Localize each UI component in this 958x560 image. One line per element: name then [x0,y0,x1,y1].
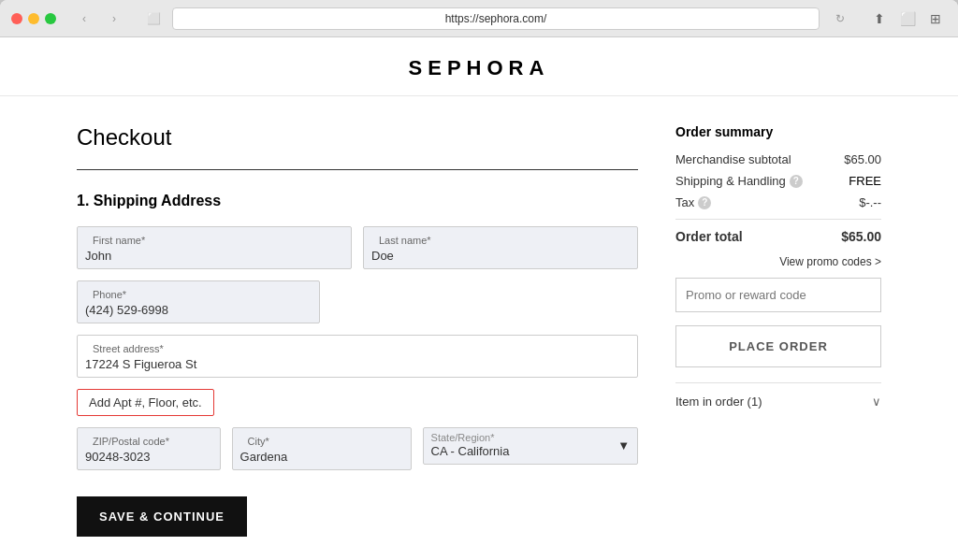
zip-city-state-row: ZIP/Postal code* City* [77,427,638,470]
back-button[interactable]: ‹ [71,9,97,28]
shipping-label: Shipping & Handling [675,174,786,188]
tax-label: Tax [675,195,694,209]
zip-label: ZIP/Postal code* [85,432,212,447]
last-name-field: Last name* [363,226,638,269]
order-summary-title: Order summary [675,124,881,139]
state-label: State/Region* [431,432,618,443]
summary-divider [675,219,881,220]
checkout-form: Checkout 1. Shipping Address First name* [77,124,638,560]
place-order-button[interactable]: PLACE ORDER [675,325,881,367]
shipping-row: Shipping & Handling ? FREE [675,174,881,188]
view-promo-link[interactable]: View promo codes > [675,255,881,268]
last-name-field-inner: Last name* [363,226,638,269]
shipping-label-container: Shipping & Handling ? [675,174,803,188]
traffic-lights [11,13,56,24]
tab-icon: ⬜ [142,9,165,28]
shipping-value: FREE [849,174,881,188]
add-tab-button[interactable]: ⬜ [896,9,919,28]
phone-field: Phone* [77,280,320,323]
shipping-info-icon[interactable]: ? [790,175,803,188]
city-label: City* [240,432,403,447]
section-divider [77,169,638,170]
street-field-inner: Street address* [77,335,638,378]
street-label: Street address* [85,339,630,354]
last-name-input[interactable] [371,249,630,263]
state-field: State/Region* CA - California ▼ [423,427,638,470]
zip-field: ZIP/Postal code* [77,427,221,470]
browser-actions: ⬆ ⬜ ⊞ [868,9,947,28]
tax-row: Tax ? $-.-- [675,195,881,209]
first-name-field-inner: First name* [77,226,352,269]
url-text: https://sephora.com/ [445,12,547,25]
phone-field-inner: Phone* [77,280,320,323]
tax-value: $-.-- [859,195,881,209]
street-field: Street address* [77,335,638,378]
refresh-button[interactable]: ↻ [827,9,853,28]
merchandise-value: $65.00 [844,152,881,166]
tax-label-container: Tax ? [675,195,711,209]
sidebar-toggle[interactable]: ⊞ [924,9,947,28]
promo-input[interactable] [675,278,881,312]
name-row: First name* Last name* [77,226,638,269]
shipping-section-header: 1. Shipping Address [77,193,638,209]
street-input[interactable] [85,357,630,371]
city-field-inner: City* [232,427,412,470]
save-continue-button[interactable]: SAVE & CONTINUE [77,496,247,537]
minimize-button[interactable] [28,13,39,24]
first-name-field: First name* [77,226,352,269]
first-name-input[interactable] [85,249,343,263]
site-logo: SEPHORA [0,56,958,80]
zip-field-inner: ZIP/Postal code* [77,427,221,470]
add-apt-container: Add Apt #, Floor, etc. [77,389,638,427]
address-bar[interactable]: https://sephora.com/ [172,7,820,30]
order-total-label: Order total [675,229,743,244]
state-select[interactable]: State/Region* CA - California ▼ [423,427,638,465]
site-header: SEPHORA [0,37,958,96]
state-value: CA - California [431,444,510,458]
browser-window: ‹ › ⬜ https://sephora.com/ ↻ ⬆ ⬜ ⊞ SEPHO… [0,0,958,560]
maximize-button[interactable] [45,13,56,24]
items-accordion[interactable]: Item in order (1) ∨ [675,382,881,409]
close-button[interactable] [11,13,22,24]
share-button[interactable]: ⬆ [868,9,891,28]
state-dropdown-arrow: ▼ [617,438,630,452]
order-summary: Order summary Merchandise subtotal $65.0… [675,124,881,560]
nav-buttons: ‹ › [71,9,127,28]
tax-info-icon[interactable]: ? [698,196,711,209]
items-accordion-label: Item in order (1) [675,395,762,409]
phone-row: Phone* [77,280,638,323]
order-total-value: $65.00 [841,229,881,244]
street-row: Street address* [77,335,638,378]
phone-label: Phone* [85,285,312,300]
promo-link-text: View promo codes > [779,255,881,268]
city-field: City* [232,427,412,470]
city-input[interactable] [240,450,403,464]
phone-input[interactable] [85,303,312,317]
forward-button[interactable]: › [101,9,127,28]
last-name-label: Last name* [371,231,630,246]
checkout-title: Checkout [77,124,638,151]
page-content: SEPHORA Checkout 1. Shipping Address Fir… [0,37,958,560]
merchandise-row: Merchandise subtotal $65.00 [675,152,881,166]
zip-input[interactable] [85,450,212,464]
merchandise-label: Merchandise subtotal [675,152,791,166]
shipping-section: 1. Shipping Address First name* Last nam… [77,193,638,544]
first-name-label: First name* [85,231,343,246]
add-apt-button[interactable]: Add Apt #, Floor, etc. [77,389,214,416]
browser-titlebar: ‹ › ⬜ https://sephora.com/ ↻ ⬆ ⬜ ⊞ [0,0,958,37]
order-total-row: Order total $65.00 [675,229,881,244]
main-layout: Checkout 1. Shipping Address First name* [58,96,900,560]
accordion-chevron-icon: ∨ [872,395,881,409]
